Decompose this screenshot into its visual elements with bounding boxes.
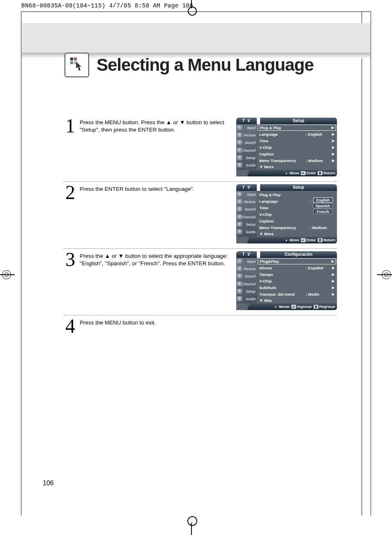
step-4: 4 Press the MENU button to exit. xyxy=(63,315,337,339)
updown-icon: ♦ xyxy=(284,238,289,242)
crop-mark-icon xyxy=(377,266,392,283)
osd-row: Caption▶ xyxy=(258,151,336,157)
sidebar-item: Picture xyxy=(236,132,257,139)
osd-row: V-Chip▶ xyxy=(258,144,336,151)
crop-line xyxy=(21,12,21,515)
sidebar-item: Sound xyxy=(236,139,257,146)
step-text: Press the ▲ or ▼ button to select the ap… xyxy=(80,251,234,310)
sidebar-item: Guide xyxy=(236,295,257,303)
sidebar-item: Setup xyxy=(236,288,257,295)
osd-screenshot-2: T V Setup Input Picture Sound Channel Se… xyxy=(236,184,337,243)
osd-footer-move: ♦Mover xyxy=(273,305,290,309)
chevron-right-icon: ▶ xyxy=(330,279,334,283)
return-icon: Ⅲ xyxy=(314,305,318,309)
dropdown-option-spanish: Spanish xyxy=(313,203,333,208)
osd-tab-title: Setup xyxy=(260,184,337,191)
enter-icon: ↵ xyxy=(301,171,306,175)
sidebar-item: Picture xyxy=(236,198,257,206)
crop-mark-icon xyxy=(179,514,203,535)
enter-icon: ↵ xyxy=(291,305,296,309)
updown-icon: ♦ xyxy=(284,171,289,175)
osd-tab-tv: T V xyxy=(236,251,257,258)
return-icon: Ⅲ xyxy=(318,238,323,242)
osd-more: ▼ Más xyxy=(258,297,336,303)
sidebar-item: Channel xyxy=(236,147,257,154)
osd-footer-return: ⅢReturn xyxy=(318,238,335,242)
step-3: 3 Press the ▲ or ▼ button to select the … xyxy=(63,248,337,315)
step-text: Press the MENU button to exit. xyxy=(80,318,337,334)
chevron-right-icon: ▶ xyxy=(330,152,334,156)
osd-row: Plug & Play▶ xyxy=(258,125,336,131)
osd-row: Transpar. del menú: Medio▶ xyxy=(258,291,336,297)
sidebar-item: Picture xyxy=(236,265,257,273)
crop-line xyxy=(21,12,371,12)
chevron-right-icon: ▶ xyxy=(330,159,334,162)
osd-footer-return: ⅢReturn xyxy=(318,171,335,175)
header-band xyxy=(22,23,370,55)
osd-sidebar: Input Picture Sound Channel Setup Guide xyxy=(236,191,257,237)
sidebar-item: Guide xyxy=(236,162,257,169)
osd-row: Caption xyxy=(258,218,336,224)
chevron-right-icon: ▶ xyxy=(330,132,334,136)
step-number: 4 xyxy=(63,318,77,334)
osd-row: Menu Transparency: Medium▶ xyxy=(258,157,336,164)
osd-screenshot-3: T V Configuración Input Picture Sound Ch… xyxy=(236,251,337,310)
chevron-right-icon: ▶ xyxy=(330,266,334,270)
svg-rect-0 xyxy=(70,58,73,60)
osd-row: Menu Transparency: Medium xyxy=(258,224,336,231)
step-number: 1 xyxy=(63,118,77,176)
chevron-right-icon: ▶ xyxy=(330,139,334,143)
steps-list: 1 Press the MENU button. Press the ▲ or … xyxy=(63,115,337,339)
page-title: Selecting a Menu Language xyxy=(97,55,314,75)
sidebar-item: Channel xyxy=(236,280,257,288)
crop-header: BN68-00835A-00(104~115) 4/7/05 8:58 AM P… xyxy=(21,2,193,9)
chevron-right-icon: ▶ xyxy=(330,273,334,276)
svg-rect-1 xyxy=(74,58,77,60)
osd-footer-return: ⅢRegresar xyxy=(314,305,335,309)
osd-tab-tv: T V xyxy=(236,184,257,191)
sidebar-item: Sound xyxy=(236,206,257,213)
sidebar-item: Input xyxy=(236,258,257,265)
osd-footer-move: ♦Move xyxy=(284,238,299,242)
chevron-right-icon: ▶ xyxy=(330,126,334,130)
osd-row: Time▶ xyxy=(258,137,336,144)
crop-line xyxy=(371,12,371,515)
osd-footer-move: ♦Move xyxy=(284,171,299,175)
chevron-right-icon: ▶ xyxy=(330,259,334,263)
osd-row: Plug&Play▶ xyxy=(258,258,336,264)
sidebar-item: Input xyxy=(236,191,257,198)
chevron-right-icon: ▶ xyxy=(330,146,334,149)
page-number: 106 xyxy=(43,479,54,487)
chevron-right-icon: ▶ xyxy=(330,286,334,290)
osd-row: Subtítulo▶ xyxy=(258,284,336,291)
osd-footer-enter: ↵Ingresar xyxy=(291,305,312,309)
step-text: Press the ENTER button to select "Langua… xyxy=(80,184,234,243)
sidebar-item: Guide xyxy=(236,228,257,236)
sidebar-item: Sound xyxy=(236,273,257,280)
step-text: Press the MENU button. Press the ▲ or ▼ … xyxy=(80,118,234,176)
step-2: 2 Press the ENTER button to select "Lang… xyxy=(63,181,337,248)
chevron-right-icon: ▶ xyxy=(330,292,334,296)
step-number: 2 xyxy=(63,184,77,243)
sidebar-item: Input xyxy=(236,124,257,132)
osd-footer-enter: ↵Enter xyxy=(301,238,316,242)
enter-icon: ↵ xyxy=(301,238,306,242)
osd-row: Tiempo▶ xyxy=(258,271,336,278)
osd-row: V-Chip▶ xyxy=(258,278,336,284)
sidebar-item: Setup xyxy=(236,154,257,162)
osd-more: ▼ More xyxy=(258,231,336,236)
updown-icon: ♦ xyxy=(273,305,278,309)
osd-tab-title: Configuración xyxy=(260,251,337,258)
osd-tab-tv: T V xyxy=(236,118,257,124)
sidebar-item: Channel xyxy=(236,213,257,221)
crop-mark-icon xyxy=(0,266,15,283)
sidebar-item: Setup xyxy=(236,221,257,228)
osd-screenshot-1: T V Setup Input Picture Sound Channel Se… xyxy=(236,118,337,176)
osd-more: ▼ More xyxy=(258,164,336,169)
step-1: 1 Press the MENU button. Press the ▲ or … xyxy=(63,115,337,181)
step-number: 3 xyxy=(63,251,77,310)
osd-footer-enter: ↵Enter xyxy=(301,171,316,175)
svg-rect-2 xyxy=(70,61,73,64)
dropdown-option-english: English xyxy=(313,197,333,203)
osd-row: Idioma: Español▶ xyxy=(258,264,336,271)
